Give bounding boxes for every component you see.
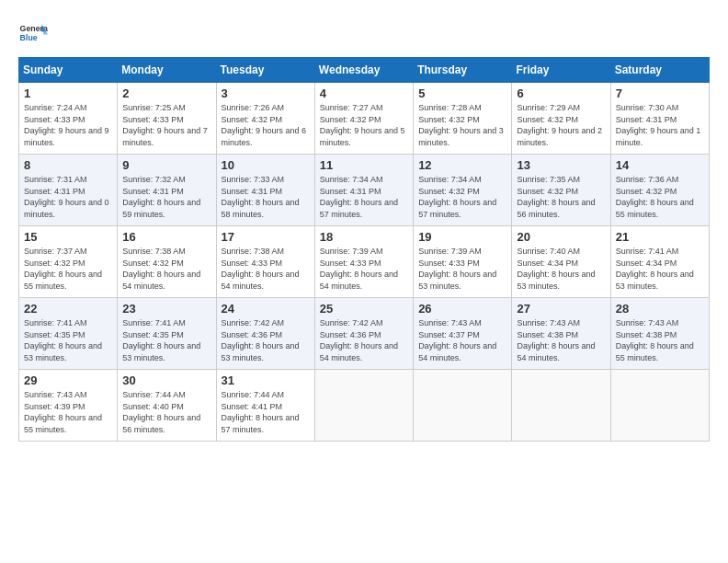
day-number: 6 [517,86,605,100]
calendar-week-2: 8Sunrise: 7:31 AMSunset: 4:31 PMDaylight… [19,155,710,226]
calendar-week-4: 22Sunrise: 7:41 AMSunset: 4:35 PMDayligh… [19,298,710,370]
day-number: 20 [517,230,605,244]
col-header-thursday: Thursday [414,58,512,83]
col-header-saturday: Saturday [610,58,709,83]
day-number: 13 [517,158,605,172]
calendar-day: 3Sunrise: 7:26 AMSunset: 4:32 PMDaylight… [216,83,314,155]
day-info: Sunrise: 7:42 AMSunset: 4:36 PMDaylight:… [222,317,310,363]
logo-icon: General Blue [18,18,48,48]
col-header-tuesday: Tuesday [216,58,314,83]
day-info: Sunrise: 7:43 AMSunset: 4:37 PMDaylight:… [418,317,506,363]
day-number: 22 [24,302,112,316]
calendar-day: 10Sunrise: 7:33 AMSunset: 4:31 PMDayligh… [216,155,314,226]
calendar-day: 17Sunrise: 7:38 AMSunset: 4:33 PMDayligh… [216,226,314,298]
day-info: Sunrise: 7:31 AMSunset: 4:31 PMDaylight:… [24,174,112,220]
day-info: Sunrise: 7:36 AMSunset: 4:32 PMDaylight:… [616,174,704,220]
calendar-day: 22Sunrise: 7:41 AMSunset: 4:35 PMDayligh… [19,298,118,370]
calendar-day: 19Sunrise: 7:39 AMSunset: 4:33 PMDayligh… [414,226,512,298]
day-info: Sunrise: 7:39 AMSunset: 4:33 PMDaylight:… [320,246,408,292]
day-number: 30 [122,373,210,387]
calendar-week-3: 15Sunrise: 7:37 AMSunset: 4:32 PMDayligh… [19,226,710,298]
day-number: 27 [517,302,605,316]
day-number: 3 [222,86,310,100]
calendar-day: 2Sunrise: 7:25 AMSunset: 4:33 PMDaylight… [118,83,216,155]
day-info: Sunrise: 7:43 AMSunset: 4:38 PMDaylight:… [517,317,605,363]
day-number: 2 [122,86,210,100]
calendar-day: 16Sunrise: 7:38 AMSunset: 4:32 PMDayligh… [118,226,216,298]
day-number: 24 [222,302,310,316]
day-number: 15 [24,230,112,244]
day-number: 19 [418,230,506,244]
day-info: Sunrise: 7:30 AMSunset: 4:31 PMDaylight:… [616,102,704,148]
day-info: Sunrise: 7:26 AMSunset: 4:32 PMDaylight:… [222,102,310,148]
day-number: 9 [122,158,210,172]
day-info: Sunrise: 7:41 AMSunset: 4:35 PMDaylight:… [122,317,210,363]
calendar-day: 8Sunrise: 7:31 AMSunset: 4:31 PMDaylight… [19,155,118,226]
day-number: 5 [418,86,506,100]
col-header-friday: Friday [512,58,610,83]
calendar-day [610,370,709,442]
day-info: Sunrise: 7:38 AMSunset: 4:33 PMDaylight:… [222,246,310,292]
day-number: 4 [320,86,408,100]
day-info: Sunrise: 7:44 AMSunset: 4:40 PMDaylight:… [122,389,210,435]
day-number: 31 [222,373,310,387]
day-info: Sunrise: 7:37 AMSunset: 4:32 PMDaylight:… [24,246,112,292]
calendar-day: 28Sunrise: 7:43 AMSunset: 4:38 PMDayligh… [610,298,709,370]
day-info: Sunrise: 7:41 AMSunset: 4:35 PMDaylight:… [24,317,112,363]
day-info: Sunrise: 7:43 AMSunset: 4:38 PMDaylight:… [616,317,704,363]
day-info: Sunrise: 7:24 AMSunset: 4:33 PMDaylight:… [24,102,112,148]
calendar-day: 26Sunrise: 7:43 AMSunset: 4:37 PMDayligh… [414,298,512,370]
day-info: Sunrise: 7:27 AMSunset: 4:32 PMDaylight:… [320,102,408,148]
calendar-day: 7Sunrise: 7:30 AMSunset: 4:31 PMDaylight… [610,83,709,155]
calendar-week-1: 1Sunrise: 7:24 AMSunset: 4:33 PMDaylight… [19,83,710,155]
calendar-week-5: 29Sunrise: 7:43 AMSunset: 4:39 PMDayligh… [19,370,710,442]
day-info: Sunrise: 7:43 AMSunset: 4:39 PMDaylight:… [24,389,112,435]
day-number: 1 [24,86,112,100]
calendar-day: 31Sunrise: 7:44 AMSunset: 4:41 PMDayligh… [216,370,314,442]
day-number: 17 [222,230,310,244]
day-info: Sunrise: 7:29 AMSunset: 4:32 PMDaylight:… [517,102,605,148]
day-number: 8 [24,158,112,172]
calendar-day: 1Sunrise: 7:24 AMSunset: 4:33 PMDaylight… [19,83,118,155]
calendar-day: 27Sunrise: 7:43 AMSunset: 4:38 PMDayligh… [512,298,610,370]
day-info: Sunrise: 7:41 AMSunset: 4:34 PMDaylight:… [616,246,704,292]
day-info: Sunrise: 7:35 AMSunset: 4:32 PMDaylight:… [517,174,605,220]
day-number: 11 [320,158,408,172]
calendar-day: 12Sunrise: 7:34 AMSunset: 4:32 PMDayligh… [414,155,512,226]
calendar-day: 24Sunrise: 7:42 AMSunset: 4:36 PMDayligh… [216,298,314,370]
calendar-day: 13Sunrise: 7:35 AMSunset: 4:32 PMDayligh… [512,155,610,226]
calendar-day: 18Sunrise: 7:39 AMSunset: 4:33 PMDayligh… [314,226,413,298]
day-info: Sunrise: 7:44 AMSunset: 4:41 PMDaylight:… [222,389,310,435]
calendar-day: 11Sunrise: 7:34 AMSunset: 4:31 PMDayligh… [314,155,413,226]
day-number: 29 [24,373,112,387]
day-number: 7 [616,86,704,100]
day-info: Sunrise: 7:32 AMSunset: 4:31 PMDaylight:… [122,174,210,220]
day-number: 12 [418,158,506,172]
day-number: 28 [616,302,704,316]
day-info: Sunrise: 7:42 AMSunset: 4:36 PMDaylight:… [320,317,408,363]
day-info: Sunrise: 7:34 AMSunset: 4:31 PMDaylight:… [320,174,408,220]
calendar-table: SundayMondayTuesdayWednesdayThursdayFrid… [18,57,710,442]
calendar-day [512,370,610,442]
day-number: 18 [320,230,408,244]
col-header-sunday: Sunday [19,58,118,83]
day-info: Sunrise: 7:39 AMSunset: 4:33 PMDaylight:… [418,246,506,292]
calendar-day: 20Sunrise: 7:40 AMSunset: 4:34 PMDayligh… [512,226,610,298]
calendar-day: 21Sunrise: 7:41 AMSunset: 4:34 PMDayligh… [610,226,709,298]
day-info: Sunrise: 7:25 AMSunset: 4:33 PMDaylight:… [122,102,210,148]
calendar-day: 9Sunrise: 7:32 AMSunset: 4:31 PMDaylight… [118,155,216,226]
day-info: Sunrise: 7:28 AMSunset: 4:32 PMDaylight:… [418,102,506,148]
day-info: Sunrise: 7:38 AMSunset: 4:32 PMDaylight:… [122,246,210,292]
calendar-day: 23Sunrise: 7:41 AMSunset: 4:35 PMDayligh… [118,298,216,370]
calendar-day: 4Sunrise: 7:27 AMSunset: 4:32 PMDaylight… [314,83,413,155]
day-info: Sunrise: 7:34 AMSunset: 4:32 PMDaylight:… [418,174,506,220]
day-number: 25 [320,302,408,316]
day-info: Sunrise: 7:40 AMSunset: 4:34 PMDaylight:… [517,246,605,292]
day-info: Sunrise: 7:33 AMSunset: 4:31 PMDaylight:… [222,174,310,220]
calendar-day: 25Sunrise: 7:42 AMSunset: 4:36 PMDayligh… [314,298,413,370]
col-header-wednesday: Wednesday [314,58,413,83]
col-header-monday: Monday [118,58,216,83]
calendar-day: 5Sunrise: 7:28 AMSunset: 4:32 PMDaylight… [414,83,512,155]
calendar-day [314,370,413,442]
header-row: SundayMondayTuesdayWednesdayThursdayFrid… [19,58,710,83]
